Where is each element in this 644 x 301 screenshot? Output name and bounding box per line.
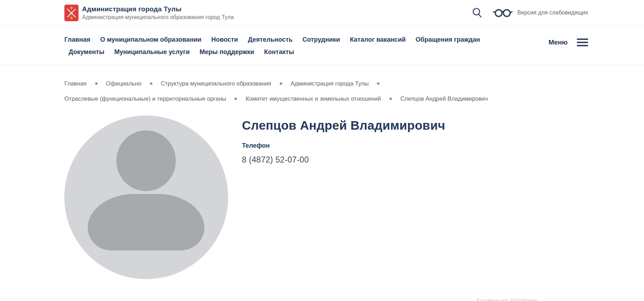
profile-info: Слепцов Андрей Владимирович Телефон 8 (4… [242, 116, 445, 279]
nav-item2-3[interactable]: Меры поддержки [199, 48, 254, 56]
glasses-icon [492, 7, 513, 18]
nav-item-2[interactable]: О муниципальном образовании [100, 35, 201, 44]
bc-item-4[interactable]: Администрация города Тулы [291, 80, 369, 87]
header-right: Версия для слабовидящих [472, 7, 588, 18]
nav-item-1[interactable]: Главная [64, 35, 90, 44]
nav-item2-4[interactable]: Контакты [264, 48, 294, 56]
breadcrumb-separator-dot [234, 98, 237, 100]
nav-item-5[interactable]: Сотрудники [302, 35, 340, 44]
site-title: Администрация города Тулы [82, 5, 234, 13]
avatar-shoulders-shape [88, 194, 204, 250]
breadcrumb-separator-dot [150, 82, 152, 85]
profile-section: Слепцов Андрей Владимирович Телефон 8 (4… [64, 116, 588, 279]
bc-item-3: Слепцов Андрей Владимирович [400, 95, 488, 102]
site-logo-link[interactable]: Администрация города Тулы Администрация … [64, 5, 234, 21]
hamburger-menu-icon [577, 39, 588, 46]
nav-item2-2[interactable]: Муниципальные услуги [114, 48, 190, 56]
breadcrumb-row-2: Отраслевые (функциональные) и территориа… [64, 95, 588, 102]
search-icon [472, 7, 482, 18]
nav-item-4[interactable]: Деятельность [248, 35, 292, 44]
menu-button[interactable]: Меню [549, 39, 588, 46]
main-navigation: ГлавнаяО муниципальном образованииНовост… [0, 26, 644, 64]
menu-label: Меню [549, 39, 568, 46]
bc-item-2[interactable]: Комитет имущественных и земельных отноше… [245, 95, 381, 102]
bc-item-3[interactable]: Структура муниципального образования [161, 80, 271, 87]
brand-text: Администрация города Тулы Администрация … [82, 5, 234, 20]
site-header: Администрация города Тулы Администрация … [0, 0, 644, 26]
nav-item2-1[interactable]: Документы [69, 48, 104, 56]
avatar-head-shape [116, 130, 176, 191]
nav-item-3[interactable]: Новости [211, 35, 238, 44]
breadcrumb-separator-dot [389, 98, 392, 100]
bc-item-1[interactable]: Отраслевые (функциональные) и территориа… [64, 95, 226, 102]
accessibility-version-link[interactable]: Версия для слабовидящих [517, 10, 588, 16]
nav-item-7[interactable]: Обращения граждан [416, 35, 480, 44]
nav-row-1: ГлавнаяО муниципальном образованииНовост… [64, 35, 588, 44]
phone-value: 8 (4872) 52-07-00 [242, 155, 445, 165]
site-subtitle: Администрация муниципального образования… [82, 14, 234, 20]
bc-item-2[interactable]: Официально [106, 80, 141, 87]
breadcrumb: ГлавнаяОфициальноСтруктура муниципальног… [64, 80, 588, 102]
breadcrumb-separator-dot [95, 82, 98, 85]
page-title: Слепцов Андрей Владимирович [242, 118, 445, 133]
bc-item-1[interactable]: Главная [64, 80, 87, 87]
breadcrumb-row-1: ГлавнаяОфициальноСтруктура муниципальног… [64, 80, 588, 87]
search-button[interactable] [472, 7, 482, 18]
phone-label: Телефон [242, 142, 445, 149]
accessibility-glasses-button[interactable] [492, 7, 513, 18]
nav-row-2: ДокументыМуниципальные услугиМеры поддер… [64, 48, 588, 56]
breadcrumb-separator-dot [377, 82, 379, 85]
nav-item-6[interactable]: Каталог вакансий [350, 35, 406, 44]
tula-coat-of-arms-icon [64, 5, 79, 21]
windows-activation-watermark: Активация Windows [476, 297, 538, 301]
breadcrumb-separator-dot [280, 82, 282, 85]
profile-avatar-placeholder [64, 116, 228, 279]
